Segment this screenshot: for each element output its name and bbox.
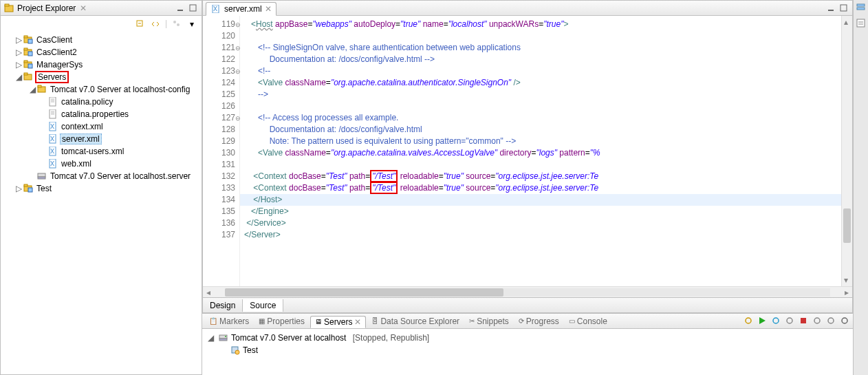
svg-point-39 xyxy=(746,318,751,323)
view-tab-console[interactable]: ▭Console xyxy=(565,316,611,327)
tree-item[interactable]: catalina.properties xyxy=(1,108,202,120)
server-module[interactable]: Test xyxy=(243,345,258,355)
tree-item[interactable]: ▷Test xyxy=(1,182,202,195)
svg-rect-9 xyxy=(28,39,32,43)
view-tab-markers[interactable]: 📋Markers xyxy=(205,316,253,327)
view-tab-progress[interactable]: ⟳Progress xyxy=(514,316,563,327)
view-tab-label: Snippets xyxy=(477,317,509,326)
profile-icon[interactable] xyxy=(784,316,795,327)
tree-item[interactable]: xweb.xml xyxy=(1,158,202,170)
view-tab-snippets[interactable]: ✂Snippets xyxy=(465,316,513,327)
server-name[interactable]: Tomcat v7.0 Server at localhost xyxy=(231,333,346,343)
debug-icon[interactable] xyxy=(770,316,781,327)
svg-rect-20 xyxy=(50,97,56,106)
code-line[interactable]: <!-- Access log processes all example. xyxy=(240,112,841,124)
twisty-icon[interactable]: ▷ xyxy=(14,184,23,193)
svg-rect-32 xyxy=(24,186,32,191)
vertical-scrollbar[interactable]: ▴▾ xyxy=(841,16,852,286)
tree-item[interactable]: ▷CasClient2 xyxy=(1,46,202,58)
minimize-icon[interactable] xyxy=(826,3,837,14)
minimize-icon[interactable] xyxy=(175,3,186,14)
publish-icon[interactable] xyxy=(812,316,823,327)
code-line[interactable]: <Valve className="org.apache.catalina.va… xyxy=(240,147,841,159)
code-line[interactable]: Documentation at: /docs/config/valve.htm… xyxy=(240,54,841,65)
twisty-icon[interactable]: ▷ xyxy=(14,60,23,69)
view-tab-data-source-explorer[interactable]: 🗄Data Source Explorer xyxy=(367,316,464,327)
link-with-editor-icon[interactable] xyxy=(150,19,161,30)
servers-view[interactable]: ◢ Tomcat v7.0 Server at localhost [Stopp… xyxy=(202,329,853,375)
maximize-icon[interactable] xyxy=(838,3,849,14)
code-editor[interactable]: <Host appBase="webapps" autoDeploy="true… xyxy=(240,16,841,286)
stop-icon[interactable] xyxy=(798,316,809,327)
tab-close-icon[interactable]: ✕ xyxy=(265,4,272,14)
tab-design[interactable]: Design xyxy=(203,299,243,312)
svg-text:x: x xyxy=(50,122,54,131)
maximize-icon[interactable] xyxy=(188,3,199,14)
view-tab-icon: ⟳ xyxy=(519,317,524,325)
collapse-all-icon[interactable] xyxy=(135,19,146,30)
task-list-icon[interactable] xyxy=(856,18,867,29)
code-line[interactable]: Documentation at: /docs/config/valve.htm… xyxy=(240,124,841,136)
project-tree[interactable]: ▷CasClient▷CasClient2▷ManagerSys◢Servers… xyxy=(1,32,202,374)
code-line[interactable]: <Host appBase="webapps" autoDeploy="true… xyxy=(240,19,841,30)
new-server-icon[interactable] xyxy=(743,316,754,327)
code-line[interactable]: <!-- xyxy=(240,65,841,77)
code-line[interactable]: <!-- SingleSignOn valve, share authentic… xyxy=(240,42,841,54)
view-menu-icon[interactable]: ▾ xyxy=(186,19,197,30)
start-icon[interactable] xyxy=(757,316,768,327)
code-line[interactable]: <Context docBase="Test" path="/Test" rel… xyxy=(240,171,841,182)
close-view-icon[interactable]: ✕ xyxy=(354,317,361,327)
tree-item[interactable]: xserver.xml xyxy=(1,133,202,145)
code-line[interactable] xyxy=(240,30,841,42)
code-line[interactable] xyxy=(240,159,841,171)
tree-item-label: Tomcat v7.0 Server at localhost.server xyxy=(49,171,192,181)
code-line[interactable]: </Host> xyxy=(240,194,841,206)
twisty-icon[interactable]: ◢ xyxy=(14,72,23,82)
twisty-icon[interactable]: ▷ xyxy=(14,47,23,57)
horizontal-scrollbar[interactable]: ◂ ▸ xyxy=(203,286,852,297)
twisty-icon[interactable]: ◢ xyxy=(28,85,36,94)
clean-icon[interactable] xyxy=(825,316,836,327)
tree-item[interactable]: catalina.policy xyxy=(1,96,202,108)
svg-text:x: x xyxy=(50,159,54,168)
filters-icon[interactable] xyxy=(171,19,182,30)
svg-rect-37 xyxy=(828,10,834,11)
view-menu-icon[interactable] xyxy=(839,316,850,327)
line-numbers: 1191201211221231241251261271281291301311… xyxy=(203,16,240,286)
code-line[interactable]: </Server> xyxy=(240,229,841,241)
svg-rect-2 xyxy=(177,10,183,11)
tree-item[interactable]: xtomcat-users.xml xyxy=(1,145,202,158)
code-line[interactable]: Note: The pattern used is equivalent to … xyxy=(240,136,841,147)
twisty-icon[interactable]: ▷ xyxy=(14,35,23,45)
svg-rect-8 xyxy=(24,36,28,38)
view-tab-label: Servers xyxy=(324,317,352,327)
tree-item-label: CasClient xyxy=(35,35,74,45)
code-line[interactable]: <Valve className="org.apache.catalina.au… xyxy=(240,77,841,89)
svg-text:x: x xyxy=(213,5,217,13)
tree-item[interactable]: Tomcat v7.0 Server at localhost.server xyxy=(1,170,202,182)
code-line[interactable]: --> xyxy=(240,89,841,100)
close-view-icon[interactable]: ✕ xyxy=(80,3,87,13)
svg-rect-49 xyxy=(232,347,238,353)
svg-rect-31 xyxy=(38,177,45,179)
outline-icon[interactable] xyxy=(856,3,867,14)
tree-item[interactable]: ◢Tomcat v7.0 Server at localhost-config xyxy=(1,83,202,96)
tree-item-label: catalina.policy xyxy=(60,97,114,107)
tree-item[interactable]: ◢Servers xyxy=(1,71,202,83)
code-line[interactable]: </Engine> xyxy=(240,206,841,217)
svg-rect-24 xyxy=(50,134,56,143)
view-tab-servers[interactable]: 🖥Servers ✕ xyxy=(310,316,366,328)
view-tab-icon: ▭ xyxy=(569,317,575,325)
tab-server-xml[interactable]: x server.xml ✕ xyxy=(206,2,276,16)
code-line[interactable]: <Context docBase="Test" path="/Test" rel… xyxy=(240,182,841,194)
tab-source[interactable]: Source xyxy=(243,299,283,312)
svg-rect-18 xyxy=(38,87,45,92)
code-line[interactable] xyxy=(240,100,841,112)
code-line[interactable]: </Service> xyxy=(240,217,841,229)
twisty-icon[interactable]: ◢ xyxy=(208,333,216,343)
tree-item[interactable]: ▷ManagerSys xyxy=(1,58,202,71)
xml-icon: x xyxy=(47,121,58,132)
tree-item[interactable]: xcontext.xml xyxy=(1,120,202,133)
view-tab-properties[interactable]: ▦Properties xyxy=(254,316,309,327)
tree-item[interactable]: ▷CasClient xyxy=(1,34,202,46)
